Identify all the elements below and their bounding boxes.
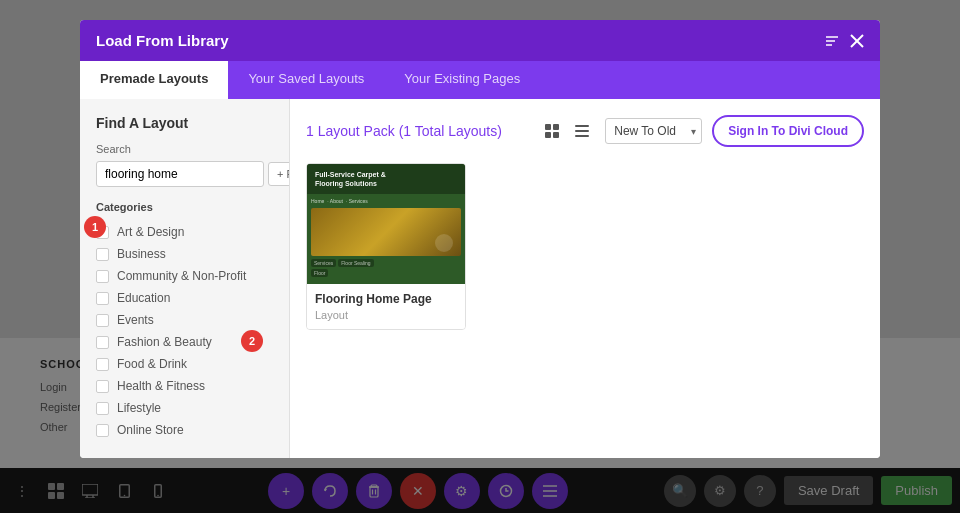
category-checkbox-community[interactable] — [96, 270, 109, 283]
search-label: Search — [96, 143, 273, 155]
category-food[interactable]: Food & Drink — [96, 353, 273, 375]
category-checkbox-education[interactable] — [96, 292, 109, 305]
category-checkbox-health[interactable] — [96, 380, 109, 393]
svg-rect-8 — [553, 132, 559, 138]
category-label-food: Food & Drink — [117, 357, 187, 371]
category-online-store[interactable]: Online Store — [96, 419, 273, 441]
layout-pack-label: 1 Layout Pack — [306, 123, 395, 139]
layout-info: Flooring Home Page Layout — [307, 284, 465, 329]
category-checkbox-food[interactable] — [96, 358, 109, 371]
thumb-header: Full-Service Carpet &Flooring Solutions — [307, 164, 465, 194]
category-checkbox-business[interactable] — [96, 248, 109, 261]
thumb-title: Full-Service Carpet &Flooring Solutions — [315, 170, 457, 188]
tab-saved[interactable]: Your Saved Layouts — [228, 61, 384, 99]
category-label-online: Online Store — [117, 423, 184, 437]
modal-title: Load From Library — [96, 32, 229, 49]
svg-rect-10 — [575, 130, 589, 132]
category-label-events: Events — [117, 313, 154, 327]
category-business[interactable]: Business — [96, 243, 273, 265]
tab-premade[interactable]: Premade Layouts — [80, 61, 228, 99]
category-checkbox-fashion[interactable] — [96, 336, 109, 349]
layout-count: 1 Layout Pack (1 Total Layouts) — [306, 123, 502, 139]
layout-total-label: (1 Total Layouts) — [399, 123, 502, 139]
filter-button[interactable]: + Filter — [268, 162, 290, 186]
badge-2: 2 — [241, 330, 263, 352]
sort-icon[interactable] — [824, 33, 840, 49]
category-label-fashion: Fashion & Beauty — [117, 335, 212, 349]
category-checkbox-events[interactable] — [96, 314, 109, 327]
thumb-image — [311, 208, 461, 256]
modal-body: Find A Layout Search + Filter Categories… — [80, 99, 880, 458]
load-library-modal: Load From Library Premade Layouts Your S… — [80, 20, 880, 458]
category-lifestyle[interactable]: Lifestyle — [96, 397, 273, 419]
svg-rect-9 — [575, 125, 589, 127]
sidebar: Find A Layout Search + Filter Categories… — [80, 99, 290, 458]
category-art-design[interactable]: Art & Design — [96, 221, 273, 243]
view-icons — [539, 118, 595, 144]
layout-card-flooring[interactable]: Full-Service Carpet &Flooring Solutions … — [306, 163, 466, 330]
tab-existing[interactable]: Your Existing Pages — [384, 61, 540, 99]
category-label-community: Community & Non-Profit — [117, 269, 246, 283]
main-content-header: 1 Layout Pack (1 Total Layouts) — [306, 115, 864, 147]
main-content: 1 Layout Pack (1 Total Layouts) — [290, 99, 880, 458]
layout-name: Flooring Home Page — [315, 292, 457, 306]
category-label-health: Health & Fitness — [117, 379, 205, 393]
category-checkbox-lifestyle[interactable] — [96, 402, 109, 415]
thumb-body: Home · About · Services Services Floor S… — [307, 194, 465, 281]
category-label-art: Art & Design — [117, 225, 184, 239]
grid-view-icon[interactable] — [539, 118, 565, 144]
sort-wrapper: New To Old Old To New A-Z Z-A — [605, 118, 702, 144]
main-header-right: New To Old Old To New A-Z Z-A Sign In To… — [539, 115, 864, 147]
svg-rect-11 — [575, 135, 589, 137]
modal-header-actions — [824, 33, 864, 49]
layout-thumbnail: Full-Service Carpet &Flooring Solutions … — [307, 164, 465, 284]
search-bar: + Filter — [96, 161, 273, 187]
svg-rect-7 — [545, 132, 551, 138]
category-events[interactable]: Events — [96, 309, 273, 331]
sidebar-title: Find A Layout — [96, 115, 273, 131]
categories-title: Categories — [96, 201, 273, 213]
svg-rect-5 — [545, 124, 551, 130]
thumb-footer: Services Floor Sealing — [311, 259, 461, 267]
search-input[interactable] — [96, 161, 264, 187]
layout-type: Layout — [315, 309, 457, 321]
modal-tabs: Premade Layouts Your Saved Layouts Your … — [80, 61, 880, 99]
svg-rect-6 — [553, 124, 559, 130]
category-health[interactable]: Health & Fitness — [96, 375, 273, 397]
category-label-education: Education — [117, 291, 170, 305]
category-checkbox-online[interactable] — [96, 424, 109, 437]
category-label-lifestyle: Lifestyle — [117, 401, 161, 415]
divi-cloud-button[interactable]: Sign In To Divi Cloud — [712, 115, 864, 147]
layouts-grid: Full-Service Carpet &Flooring Solutions … — [306, 163, 864, 330]
modal-header: Load From Library — [80, 20, 880, 61]
close-icon[interactable] — [850, 34, 864, 48]
category-education[interactable]: Education — [96, 287, 273, 309]
thumb-nav: Home · About · Services — [311, 198, 461, 204]
badge-1: 1 — [84, 216, 106, 238]
category-label-business: Business — [117, 247, 166, 261]
list-view-icon[interactable] — [569, 118, 595, 144]
sort-select[interactable]: New To Old Old To New A-Z Z-A — [605, 118, 702, 144]
category-community[interactable]: Community & Non-Profit — [96, 265, 273, 287]
